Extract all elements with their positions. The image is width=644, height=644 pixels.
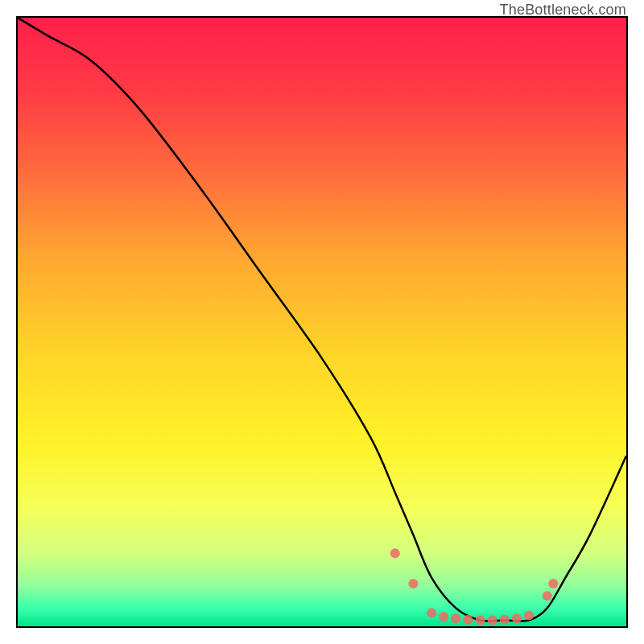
highlight-dot bbox=[543, 591, 552, 601]
highlight-dots bbox=[390, 548, 559, 625]
chart-container: TheBottleneck.com bbox=[0, 0, 644, 644]
highlight-dot bbox=[512, 613, 522, 623]
plot-area bbox=[16, 16, 628, 628]
highlight-dot bbox=[500, 615, 510, 625]
chart-svg bbox=[18, 18, 626, 626]
highlight-dot bbox=[524, 610, 534, 620]
highlight-dot bbox=[408, 579, 418, 588]
highlight-dot bbox=[548, 579, 558, 588]
highlight-dot bbox=[488, 615, 497, 625]
highlight-dot bbox=[451, 613, 460, 623]
highlight-dot bbox=[463, 615, 473, 625]
bottleneck-curve bbox=[18, 18, 626, 621]
highlight-dot bbox=[427, 608, 436, 617]
highlight-dot bbox=[476, 615, 485, 625]
highlight-dot bbox=[439, 612, 448, 621]
highlight-dot bbox=[390, 548, 400, 558]
